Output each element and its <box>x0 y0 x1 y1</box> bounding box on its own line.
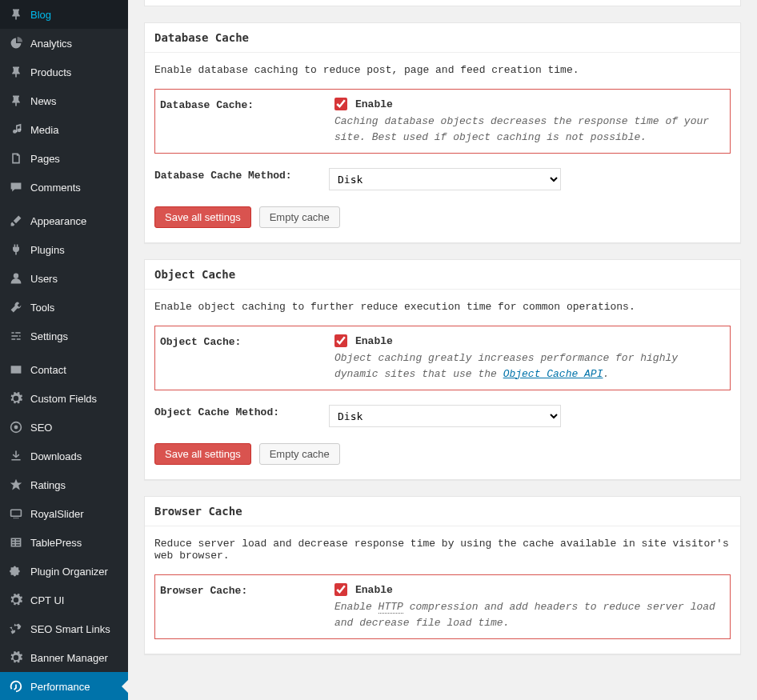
sidebar-item-seo-smart-links[interactable]: SEO Smart Links <box>0 614 128 643</box>
sidebar-item-news[interactable]: News <box>0 86 128 115</box>
browser-cache-label: Browser Cache: <box>160 583 334 597</box>
browser-cache-help: Enable HTTP compression and add headers … <box>334 599 725 630</box>
sidebar-item-contact[interactable]: Contact <box>0 355 128 384</box>
sidebar-item-media[interactable]: Media <box>0 115 128 144</box>
panel-title: Object Cache <box>145 260 740 290</box>
sidebar-item-label: Media <box>30 124 122 136</box>
pin-icon <box>8 93 24 109</box>
panel-title: Browser Cache <box>145 497 740 526</box>
sidebar-item-label: Blog <box>30 9 122 21</box>
svg-point-4 <box>14 426 18 430</box>
seo-icon <box>8 419 24 435</box>
browser-cache-highlight: Browser Cache: Enable Enable HTTP compre… <box>154 574 731 639</box>
sidebar-item-banner-manager[interactable]: Banner Manager <box>0 643 128 672</box>
enable-label: Enable <box>355 98 393 110</box>
svg-point-7 <box>15 518 17 519</box>
database-cache-method-select[interactable]: Disk <box>329 168 561 190</box>
gear-icon <box>8 592 24 608</box>
slider-icon <box>8 506 24 522</box>
browser-cache-panel: Browser Cache Reduce server load and dec… <box>144 496 741 654</box>
sidebar-item-tools[interactable]: Tools <box>0 293 128 322</box>
sidebar-item-label: Custom Fields <box>30 393 122 405</box>
sidebar-item-label: Appearance <box>30 215 122 227</box>
database-cache-enable-checkbox[interactable] <box>334 98 347 110</box>
sidebar-item-plugin-organizer[interactable]: Plugin Organizer <box>0 557 128 586</box>
brush-icon <box>8 213 24 229</box>
object-cache-enable-checkbox[interactable] <box>334 334 347 347</box>
pin-icon <box>8 6 24 22</box>
object-cache-highlight: Object Cache: Enable Object caching grea… <box>154 326 731 390</box>
svg-point-8 <box>18 518 19 519</box>
empty-cache-button[interactable]: Empty cache <box>259 206 340 228</box>
gear-icon <box>8 390 24 406</box>
sidebar-item-analytics[interactable]: Analytics <box>0 29 128 58</box>
object-cache-label: Object Cache: <box>160 334 334 348</box>
sidebar-item-blog[interactable]: Blog <box>0 0 128 29</box>
object-cache-method-select[interactable]: Disk <box>329 405 561 427</box>
sidebar-item-performance[interactable]: Performance <box>0 672 128 700</box>
object-cache-help: Object caching greatly increases perform… <box>334 350 725 382</box>
sidebar-item-label: SEO Smart Links <box>30 623 122 635</box>
svg-point-2 <box>14 274 18 278</box>
comments-icon <box>8 179 24 195</box>
sidebar-item-label: CPT UI <box>30 594 122 606</box>
sidebar-item-users[interactable]: Users <box>0 264 128 293</box>
sidebar-item-products[interactable]: Products <box>0 58 128 86</box>
panel-description: Enable database caching to reduce post, … <box>154 64 731 76</box>
empty-cache-button[interactable]: Empty cache <box>259 443 340 465</box>
pages-icon <box>8 150 24 166</box>
gear-icon <box>8 650 24 666</box>
sidebar-item-label: Downloads <box>30 450 122 462</box>
database-cache-highlight: Database Cache: Enable Caching database … <box>154 89 731 154</box>
svg-rect-5 <box>11 510 22 516</box>
table-icon <box>8 534 24 550</box>
admin-sidebar: BlogAnalyticsProductsNewsMediaPagesComme… <box>0 0 128 700</box>
object-cache-panel: Object Cache Enable object caching to fu… <box>144 259 741 480</box>
sidebar-item-label: TablePress <box>30 537 122 549</box>
sidebar-item-seo[interactable]: SEO <box>0 413 128 442</box>
sidebar-item-label: Settings <box>30 330 122 342</box>
sidebar-item-label: Users <box>30 273 122 285</box>
panel-description: Enable object caching to further reduce … <box>154 301 731 313</box>
download-icon <box>8 448 24 464</box>
sidebar-item-appearance[interactable]: Appearance <box>0 206 128 235</box>
sidebar-item-custom-fields[interactable]: Custom Fields <box>0 384 128 413</box>
save-all-settings-button[interactable]: Save all settings <box>154 443 251 465</box>
sidebar-item-plugins[interactable]: Plugins <box>0 235 128 264</box>
user-icon <box>8 270 24 286</box>
database-cache-panel: Database Cache Enable database caching t… <box>144 22 741 243</box>
sliders-icon <box>8 328 24 344</box>
pin-icon <box>8 64 24 80</box>
database-cache-method-label: Database Cache Method: <box>154 168 329 182</box>
database-cache-help: Caching database objects decreases the r… <box>334 114 725 145</box>
sidebar-item-label: Contact <box>30 364 122 376</box>
sidebar-item-tablepress[interactable]: TablePress <box>0 528 128 557</box>
plugin-icon <box>8 242 24 258</box>
panel-partial-top <box>144 0 741 6</box>
save-all-settings-button[interactable]: Save all settings <box>154 206 251 228</box>
sidebar-item-cpt-ui[interactable]: CPT UI <box>0 586 128 614</box>
link-icon <box>8 621 24 637</box>
sidebar-item-label: Ratings <box>30 479 122 491</box>
sidebar-item-label: Plugins <box>30 244 122 256</box>
sidebar-item-pages[interactable]: Pages <box>0 144 128 173</box>
enable-label: Enable <box>355 335 393 347</box>
object-cache-method-label: Object Cache Method: <box>154 405 329 418</box>
sidebar-item-settings[interactable]: Settings <box>0 322 128 350</box>
sidebar-item-royalslider[interactable]: RoyalSlider <box>0 499 128 528</box>
gauge-icon <box>8 678 24 694</box>
sidebar-item-label: Tools <box>30 302 122 314</box>
sidebar-item-ratings[interactable]: Ratings <box>0 470 128 499</box>
browser-cache-enable-checkbox[interactable] <box>334 583 347 596</box>
sidebar-item-label: RoyalSlider <box>30 508 122 520</box>
sidebar-item-label: Comments <box>30 182 122 194</box>
sidebar-item-label: Analytics <box>30 38 122 50</box>
puzzle-icon <box>8 563 24 579</box>
sidebar-item-label: Performance <box>30 681 122 693</box>
mail-icon <box>8 362 24 378</box>
object-cache-api-link[interactable]: Object Cache API <box>503 368 603 380</box>
sidebar-item-comments[interactable]: Comments <box>0 173 128 202</box>
sidebar-item-label: Products <box>30 66 122 78</box>
sidebar-item-downloads[interactable]: Downloads <box>0 442 128 470</box>
database-cache-label: Database Cache: <box>160 98 334 111</box>
